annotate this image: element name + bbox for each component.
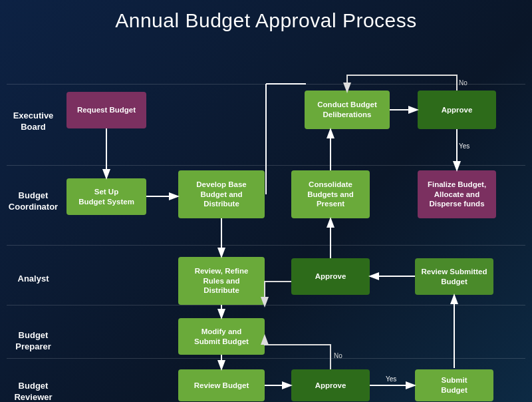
finalize-budget-box: Finalize Budget,Allocate andDisperse fun… bbox=[418, 170, 496, 218]
row-line-4 bbox=[7, 305, 525, 305]
approve-reviewer-box: Approve bbox=[291, 369, 370, 401]
row-line-3 bbox=[7, 245, 525, 246]
row-line-1 bbox=[7, 84, 525, 85]
diagram: ExecutiveBoard BudgetCoordinator Analyst… bbox=[7, 39, 525, 391]
conduct-deliberations-box: Conduct BudgetDeliberations bbox=[305, 91, 390, 129]
request-budget-box: Request Budget bbox=[66, 92, 146, 128]
row-line-5 bbox=[7, 358, 525, 359]
row-line-2 bbox=[7, 165, 525, 166]
consolidate-budgets-box: ConsolidateBudgets andPresent bbox=[291, 170, 370, 218]
label-budget-preparer: BudgetPreparer bbox=[7, 330, 60, 353]
label-budget-coordinator: BudgetCoordinator bbox=[7, 190, 60, 213]
svg-text:No: No bbox=[459, 79, 467, 87]
svg-text:Yes: Yes bbox=[386, 375, 396, 383]
approve-analyst-box: Approve bbox=[291, 258, 370, 295]
label-budget-reviewer: BudgetReviewer bbox=[7, 381, 60, 402]
review-submitted-box: Review SubmittedBudget bbox=[415, 258, 493, 295]
develop-base-budget-box: Develop BaseBudget andDistribute bbox=[178, 170, 265, 218]
page-title: Annual Budget Approval Process bbox=[0, 0, 532, 39]
modify-submit-box: Modify andSubmit Budget bbox=[178, 318, 265, 355]
set-up-budget-box: Set UpBudget System bbox=[66, 178, 146, 215]
submit-budget-box: SubmitBudget bbox=[415, 369, 493, 401]
review-refine-box: Review, RefineRules andDistribute bbox=[178, 257, 265, 305]
approve-board-box: Approve bbox=[418, 91, 496, 129]
svg-text:Yes: Yes bbox=[459, 142, 469, 150]
page: Annual Budget Approval Process Executive… bbox=[0, 0, 532, 402]
label-analyst: Analyst bbox=[7, 274, 60, 285]
label-executive-board: ExecutiveBoard bbox=[7, 110, 60, 133]
review-budget-box: Review Budget bbox=[178, 369, 265, 401]
